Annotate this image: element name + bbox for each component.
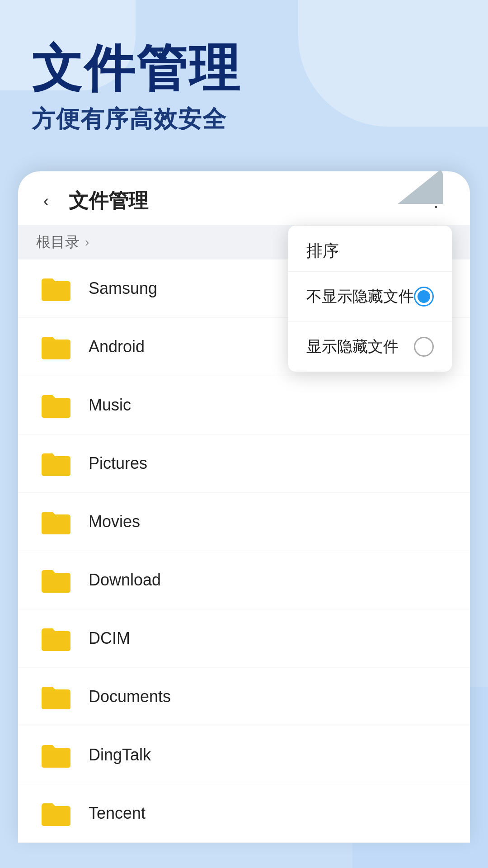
folder-icon bbox=[40, 739, 72, 771]
dropdown-option-show-hidden-label: 显示隐藏文件 bbox=[306, 336, 399, 357]
back-button[interactable]: ‹ bbox=[34, 189, 58, 213]
dropdown-header: 排序 bbox=[288, 226, 452, 272]
list-item[interactable]: Pictures bbox=[18, 434, 470, 493]
list-item[interactable]: Download bbox=[18, 551, 470, 609]
folder-icon bbox=[40, 447, 72, 480]
app-bar-left: ‹ 文件管理 bbox=[34, 188, 148, 214]
folder-icon bbox=[40, 797, 72, 830]
phone-mockup: ‹ 文件管理 ⋮ 根目录 › Samsung bbox=[18, 171, 470, 843]
file-name: Documents bbox=[89, 687, 171, 706]
list-item[interactable]: Documents bbox=[18, 668, 470, 726]
dropdown-option-hide-hidden[interactable]: 不显示隐藏文件 bbox=[288, 272, 452, 322]
file-name: Samsung bbox=[89, 279, 157, 298]
folder-icon bbox=[40, 330, 72, 363]
radio-selected-icon bbox=[414, 287, 434, 307]
dropdown-menu: 排序 不显示隐藏文件 显示隐藏文件 bbox=[288, 226, 452, 372]
folder-icon bbox=[40, 389, 72, 421]
radio-unselected-icon bbox=[414, 337, 434, 357]
app-bar: ‹ 文件管理 ⋮ bbox=[18, 171, 470, 225]
app-bar-title: 文件管理 bbox=[69, 188, 148, 214]
file-name: Pictures bbox=[89, 454, 147, 473]
breadcrumb-root: 根目录 bbox=[36, 232, 80, 252]
folder-icon bbox=[40, 505, 72, 538]
sub-title: 方便有序高效安全 bbox=[32, 104, 456, 135]
file-name: DCIM bbox=[89, 629, 130, 648]
dropdown-overlay: 排序 不显示隐藏文件 显示隐藏文件 bbox=[288, 226, 452, 372]
file-name: Tencent bbox=[89, 804, 145, 823]
folder-icon bbox=[40, 622, 72, 655]
folder-icon bbox=[40, 272, 72, 305]
file-name: Movies bbox=[89, 512, 140, 531]
header-area: 文件管理 方便有序高效安全 bbox=[0, 0, 488, 153]
file-name: Download bbox=[89, 571, 161, 590]
file-name: DingTalk bbox=[89, 745, 151, 764]
folder-icon bbox=[40, 680, 72, 713]
folder-icon bbox=[40, 564, 72, 596]
list-item[interactable]: DingTalk bbox=[18, 726, 470, 784]
dropdown-option-hide-hidden-label: 不显示隐藏文件 bbox=[306, 286, 414, 307]
list-item[interactable]: DCIM bbox=[18, 609, 470, 668]
list-item[interactable]: Movies bbox=[18, 493, 470, 551]
file-name: Music bbox=[89, 396, 131, 415]
breadcrumb-chevron-icon: › bbox=[85, 235, 89, 250]
main-title: 文件管理 bbox=[32, 41, 456, 96]
list-item[interactable]: Music bbox=[18, 376, 470, 434]
file-name: Android bbox=[89, 337, 145, 356]
list-item[interactable]: Tencent bbox=[18, 784, 470, 843]
back-icon: ‹ bbox=[43, 192, 49, 211]
dropdown-option-show-hidden[interactable]: 显示隐藏文件 bbox=[288, 322, 452, 372]
